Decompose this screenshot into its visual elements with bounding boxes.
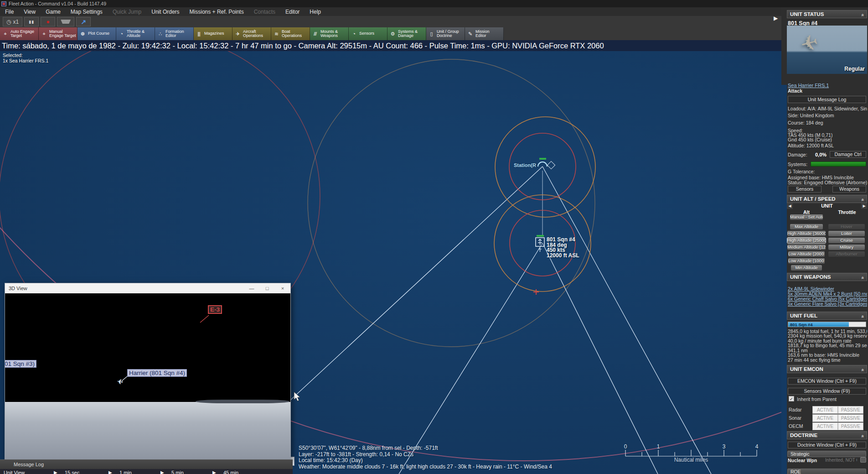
emcon-row-label: Radar bbox=[789, 407, 802, 412]
unit-message-log-button[interactable]: Unit Message Log bbox=[788, 96, 866, 103]
unit-type-link[interactable]: Sea Harrier FRS.1 bbox=[788, 83, 829, 88]
filter-15-sec[interactable]: 15 sec bbox=[65, 469, 79, 474]
systems-damage-button[interactable]: ⚙Systems &Damage bbox=[388, 27, 426, 40]
unit-group-doctrine-button[interactable]: ▯Unit / GroupDoctrine bbox=[426, 27, 465, 40]
minimize-button[interactable]: — bbox=[244, 283, 259, 293]
contact-label-e3[interactable]: E-3 bbox=[208, 305, 222, 314]
oecm-active-cell[interactable]: ACTIVE bbox=[812, 422, 838, 430]
unit-datablock-label[interactable]: 801 Sqn #4 184 deg 450 kts 12000 ft ASL bbox=[547, 237, 579, 258]
weapon-link[interactable]: 5x Generic Flare Salvo [3x Cartridges, S… bbox=[788, 301, 867, 307]
collapse-icon[interactable]: « bbox=[859, 198, 867, 201]
time-compression-button[interactable]: ◷ x1 bbox=[3, 17, 22, 26]
formation-icon: ∴ bbox=[156, 31, 164, 37]
station-label[interactable]: Station(R bbox=[514, 162, 536, 168]
sensors-window-button[interactable]: Sensors Window (F9) bbox=[788, 388, 866, 395]
pause-button[interactable]: ▮▮ bbox=[24, 17, 39, 26]
menu-game[interactable]: Game bbox=[41, 7, 66, 16]
oecm-passive-cell[interactable]: PASSIVE bbox=[838, 422, 863, 430]
aircraft-operations-button[interactable]: ✈AircraftOperations bbox=[232, 27, 271, 40]
menu-missions-ref-points[interactable]: Missions + Ref. Points bbox=[185, 7, 249, 16]
throttle-military-button[interactable]: Military bbox=[828, 244, 865, 250]
mission-editor-button[interactable]: ✎MissionEditor bbox=[465, 27, 504, 40]
medium-altitude-button[interactable]: Medium Altitude (12000 ft) bbox=[787, 244, 826, 250]
emcon-window-button[interactable]: EMCON Window (Ctrl + F9) bbox=[788, 378, 866, 385]
sidebar-expand-arrow-icon[interactable]: ▶ bbox=[774, 15, 778, 21]
boat-operations-button[interactable]: ≋BoatOperations bbox=[271, 27, 310, 40]
magazines-button[interactable]: |||Magazines bbox=[194, 27, 232, 40]
engage-target-icon: ⌖ bbox=[40, 31, 47, 37]
unit-photo: ✈ Regular bbox=[787, 26, 867, 74]
unit-status-header[interactable]: UNIT STATUS« bbox=[787, 10, 867, 18]
menu-help[interactable]: Help bbox=[305, 7, 326, 16]
unit-side: Side: United Kingdom bbox=[788, 113, 834, 118]
scale-tick-label: 3 bbox=[719, 443, 728, 450]
close-button[interactable]: × bbox=[275, 283, 290, 293]
radar-passive-cell[interactable]: PASSIVE bbox=[838, 406, 863, 414]
sonar-active-cell[interactable]: ACTIVE bbox=[812, 414, 838, 422]
inherit-from-parent-checkbox[interactable]: ✓ bbox=[789, 396, 794, 401]
unit-loadout: Loadout: A/A: AIM-9L Sidewinder, Single … bbox=[788, 106, 867, 111]
title-bar[interactable]: Fleet Action - Command v1.04 - Build 114… bbox=[0, 0, 868, 7]
filter-1-min[interactable]: 1 min bbox=[119, 469, 132, 474]
message-log-bar[interactable]: Message Log bbox=[0, 459, 293, 469]
plot-course-button[interactable]: ☸Plot Course bbox=[78, 27, 116, 40]
menu-file[interactable]: File bbox=[0, 7, 19, 16]
menu-map-settings[interactable]: Map Settings bbox=[66, 7, 108, 16]
max-altitude-button[interactable]: Max Altitude bbox=[790, 224, 823, 230]
menu-view[interactable]: View bbox=[19, 7, 41, 16]
formation-editor-button[interactable]: ∴FormationEditor bbox=[155, 27, 194, 40]
manual-set-auto-button[interactable]: Manual - Set Auto bbox=[790, 214, 823, 220]
nuclear-wpn-toggle[interactable] bbox=[860, 457, 866, 463]
unit-weapons-header[interactable]: UNIT WEAPONS« bbox=[787, 273, 867, 281]
sensors-button[interactable]: ◔Sensors bbox=[349, 27, 388, 40]
unit-mission: Attack bbox=[788, 88, 802, 94]
damage-ctrl-button[interactable]: Damage Ctrl bbox=[830, 151, 866, 158]
fuel-gauge: 801 Sqn #4 bbox=[788, 322, 866, 327]
throttle-loiter-button[interactable]: Loiter bbox=[828, 230, 865, 237]
filter-5-min[interactable]: 5 min bbox=[171, 469, 184, 474]
bridge-view-button[interactable] bbox=[57, 17, 74, 26]
unit-emcon-header[interactable]: UNIT EMCON« bbox=[787, 365, 867, 373]
high-altitude-36000-button[interactable]: High Altitude (36000 ft) bbox=[787, 230, 826, 237]
low-altitude-1000-button[interactable]: Low Altitude (1000 ft) bbox=[788, 258, 825, 264]
radar-active-cell[interactable]: ACTIVE bbox=[812, 406, 838, 414]
mounts-weapons-button[interactable]: ///Mounts &Weapons bbox=[310, 27, 349, 40]
collapse-icon[interactable]: « bbox=[859, 435, 867, 438]
menu-unit-orders[interactable]: Unit Orders bbox=[146, 7, 184, 16]
collapse-icon[interactable]: « bbox=[859, 315, 867, 318]
unit-alt-speed-header[interactable]: UNIT ALT / SPEED« bbox=[787, 195, 867, 203]
unit-label-sqn3[interactable]: Harrier (801 Sqn #3) bbox=[5, 360, 36, 368]
low-altitude-2000-button[interactable]: Low Altitude (2000 ft) bbox=[788, 251, 825, 257]
filter-unit-view[interactable]: Unit View bbox=[4, 469, 25, 474]
collapse-icon[interactable]: « bbox=[859, 276, 867, 279]
throttle-altitude-button[interactable]: ◔Throttle &Altitude bbox=[116, 27, 155, 40]
menu-editor[interactable]: Editor bbox=[280, 7, 305, 16]
jump-to-location-button[interactable]: ↗ bbox=[76, 17, 91, 26]
manual-engage-target-button[interactable]: ⌖ManualEngage Target bbox=[39, 27, 78, 40]
weapons-panel-button[interactable]: Weapons bbox=[832, 186, 866, 193]
scale-tick-label: 4 bbox=[752, 443, 761, 450]
high-altitude-25000-button[interactable]: High Altitude (25000 ft) bbox=[787, 237, 826, 244]
3d-view-window: 3D View — □ × E-3 Harrier (801 Sqn #3) H… bbox=[5, 283, 291, 461]
auto-engage-target-button[interactable]: ⌖Auto EngageTarget bbox=[0, 27, 39, 40]
sonar-passive-cell[interactable]: PASSIVE bbox=[838, 414, 863, 422]
emcon-row-label: OECM bbox=[789, 423, 803, 429]
roe-subheader: ROE bbox=[787, 469, 866, 474]
document-icon: ▯ bbox=[428, 31, 435, 37]
collapse-icon[interactable]: « bbox=[859, 369, 867, 371]
min-altitude-button[interactable]: Min Altitude bbox=[790, 265, 822, 271]
doctrine-window-button[interactable]: Doctrine Window (Ctrl + F9) bbox=[788, 442, 866, 448]
throttle-cruise-button[interactable]: Cruise bbox=[828, 237, 865, 244]
record-button[interactable]: ● bbox=[41, 17, 55, 26]
sensors-panel-button[interactable]: Sensors bbox=[788, 186, 822, 193]
doctrine-header[interactable]: DOCTRINE« bbox=[787, 431, 867, 439]
next-unit-arrow[interactable]: ▶ bbox=[861, 203, 867, 209]
3d-view-content[interactable]: E-3 Harrier (801 Sqn #3) Harrier (801 Sq… bbox=[5, 293, 290, 460]
maximize-button[interactable]: □ bbox=[259, 283, 275, 293]
unit-label-sqn4[interactable]: Harrier (801 Sqn #4) bbox=[127, 369, 187, 377]
collapse-icon[interactable]: « bbox=[859, 14, 867, 16]
throttle-afterburner-button: Afterburner bbox=[828, 251, 865, 257]
filter-45-min[interactable]: 45 min bbox=[223, 469, 238, 474]
unit-fuel-header[interactable]: UNIT FUEL« bbox=[787, 312, 867, 320]
3d-view-titlebar[interactable]: 3D View — □ × bbox=[5, 283, 290, 293]
